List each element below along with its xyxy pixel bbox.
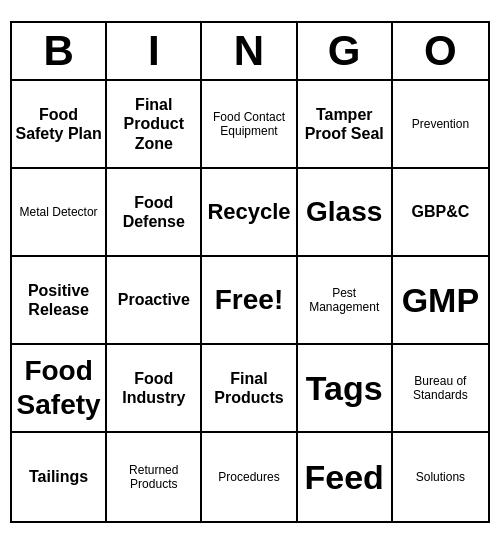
- cell-text-23: Feed: [305, 457, 384, 498]
- cell-text-21: Returned Products: [110, 463, 197, 492]
- cell-text-2: Food Contact Equipment: [205, 110, 292, 139]
- bingo-cell-17: Final Products: [202, 345, 297, 433]
- cell-text-3: Tamper Proof Seal: [301, 105, 388, 143]
- cell-text-5: Metal Detector: [20, 205, 98, 219]
- bingo-cell-14: GMP: [393, 257, 488, 345]
- bingo-cell-16: Food Industry: [107, 345, 202, 433]
- cell-text-24: Solutions: [416, 470, 465, 484]
- bingo-cell-7: Recycle: [202, 169, 297, 257]
- bingo-cell-8: Glass: [298, 169, 393, 257]
- cell-text-8: Glass: [306, 195, 382, 229]
- bingo-letter-g: G: [298, 23, 393, 79]
- bingo-cell-19: Bureau of Standards: [393, 345, 488, 433]
- bingo-cell-12: Free!: [202, 257, 297, 345]
- bingo-letter-b: B: [12, 23, 107, 79]
- bingo-letter-i: I: [107, 23, 202, 79]
- cell-text-0: Food Safety Plan: [15, 105, 102, 143]
- bingo-cell-4: Prevention: [393, 81, 488, 169]
- cell-text-22: Procedures: [218, 470, 279, 484]
- cell-text-4: Prevention: [412, 117, 469, 131]
- cell-text-6: Food Defense: [110, 193, 197, 231]
- bingo-cell-20: Tailings: [12, 433, 107, 521]
- cell-text-15: Food Safety: [15, 354, 102, 421]
- bingo-cell-22: Procedures: [202, 433, 297, 521]
- cell-text-17: Final Products: [205, 369, 292, 407]
- bingo-cell-11: Proactive: [107, 257, 202, 345]
- cell-text-10: Positive Release: [15, 281, 102, 319]
- bingo-card: BINGO Food Safety PlanFinal Product Zone…: [10, 21, 490, 523]
- cell-text-13: Pest Management: [301, 286, 388, 315]
- bingo-cell-23: Feed: [298, 433, 393, 521]
- cell-text-19: Bureau of Standards: [396, 374, 485, 403]
- bingo-cell-3: Tamper Proof Seal: [298, 81, 393, 169]
- cell-text-14: GMP: [402, 280, 479, 321]
- bingo-grid: Food Safety PlanFinal Product ZoneFood C…: [12, 81, 488, 521]
- cell-text-12: Free!: [215, 283, 283, 317]
- cell-text-1: Final Product Zone: [110, 95, 197, 153]
- bingo-cell-0: Food Safety Plan: [12, 81, 107, 169]
- cell-text-20: Tailings: [29, 467, 88, 486]
- cell-text-18: Tags: [306, 368, 383, 409]
- bingo-cell-9: GBP&C: [393, 169, 488, 257]
- bingo-cell-5: Metal Detector: [12, 169, 107, 257]
- cell-text-16: Food Industry: [110, 369, 197, 407]
- bingo-letter-n: N: [202, 23, 297, 79]
- bingo-cell-21: Returned Products: [107, 433, 202, 521]
- bingo-cell-6: Food Defense: [107, 169, 202, 257]
- bingo-cell-15: Food Safety: [12, 345, 107, 433]
- bingo-cell-1: Final Product Zone: [107, 81, 202, 169]
- bingo-cell-10: Positive Release: [12, 257, 107, 345]
- bingo-cell-24: Solutions: [393, 433, 488, 521]
- bingo-cell-13: Pest Management: [298, 257, 393, 345]
- bingo-cell-2: Food Contact Equipment: [202, 81, 297, 169]
- cell-text-7: Recycle: [207, 199, 290, 225]
- cell-text-9: GBP&C: [412, 202, 470, 221]
- bingo-header: BINGO: [12, 23, 488, 81]
- bingo-letter-o: O: [393, 23, 488, 79]
- cell-text-11: Proactive: [118, 290, 190, 309]
- bingo-cell-18: Tags: [298, 345, 393, 433]
